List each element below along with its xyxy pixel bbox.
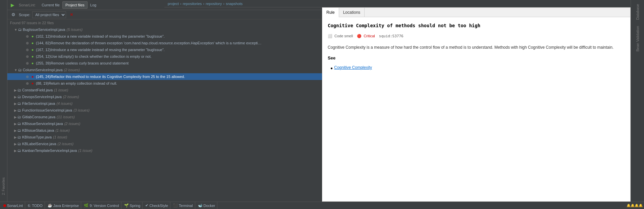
file-icon: 🗂 [17, 101, 21, 106]
bottom-docker[interactable]: 🐋 Docker [196, 202, 218, 209]
expand-icon: ⊕ [25, 75, 30, 79]
rule-description: Cognitive Complexity is a measure of how… [328, 44, 625, 51]
file-row-kbissuetype[interactable]: ▶ 🗂 KBIssueType.java (1 issue) [7, 134, 328, 140]
severity-icon: ● [30, 54, 35, 58]
bottom-todo[interactable]: 6: TODO [26, 202, 45, 209]
file-name: KBIssueType.java [22, 135, 52, 139]
sonar-status-dot [3, 204, 6, 207]
issue-item[interactable]: ⊕ ● (144, 82) Remove the declaration of … [7, 40, 328, 46]
chevron-expand-icon: ▼ [14, 68, 17, 72]
issue-text: Use isEmpty() to check whether the colle… [51, 54, 152, 58]
issue-count: (1 issue) [78, 149, 92, 153]
chevron-collapse-icon: ▶ [14, 102, 17, 106]
chevron-collapse-icon: ▶ [14, 149, 17, 153]
bottom-sonarLint[interactable]: SonarLint [1, 202, 25, 209]
tab-current-file[interactable]: Current file [39, 1, 62, 9]
chevron-collapse-icon: ▶ [14, 129, 17, 132]
file-row-kbissuestatus[interactable]: ▶ 🗂 KBIssueStatus.java (1 issue) [7, 127, 328, 134]
bottom-terminal[interactable]: ⬛ Terminal [171, 202, 195, 209]
file-icon: 🗂 [17, 135, 21, 139]
file-row-gitlab[interactable]: ▶ 🗂 GitlabConsume.java (11 issues) [7, 114, 328, 120]
chevron-collapse-icon: ▶ [14, 115, 17, 119]
issue-item[interactable]: ⊕ ● (102, 12) Introduce a new variable i… [7, 33, 328, 40]
file-row-kbissueservice[interactable]: ▶ 🗂 KBIssueServiceImpl.java (2 issues) [7, 120, 328, 127]
see-link[interactable]: Cognitive Complexity [334, 65, 372, 71]
issue-count: (11 issues) [57, 115, 75, 119]
bottom-label-spring: Spring [130, 204, 141, 208]
file-name: DevopsServiceImpl.java [22, 95, 62, 99]
checkstyle-icon: ✔ [145, 203, 148, 208]
issue-count: (2 issues) [64, 122, 80, 126]
breadcrumb-sep: › [223, 2, 225, 6]
issue-count: (2 issues) [64, 68, 80, 72]
file-row-functionissue[interactable]: ▶ 🗂 FunctionIssueServiceImpl.java (3 iss… [7, 107, 328, 114]
file-name: BugIssueServiceImpl.java [23, 28, 65, 32]
expand-icon: ⊕ [25, 41, 30, 45]
chevron-collapse-icon: ▶ [14, 122, 17, 126]
bottom-spring[interactable]: 🌱 Spring [122, 202, 143, 209]
issue-item-selected[interactable]: ⊕ ● (145, 24) Refactor this method to re… [7, 73, 328, 80]
issue-coords: (255, 39) [36, 61, 51, 65]
severity-icon: ● [30, 75, 35, 79]
file-icon: 🗂 [18, 68, 22, 72]
issue-item[interactable]: ⊕ ● (254, 12) Use isEmpty() to check whe… [7, 53, 328, 60]
file-row-constantfield[interactable]: ▶ 🗂 ConstantField.java (1 issue) [7, 87, 328, 93]
bean-validation-panel-button[interactable]: Bean Validation [632, 23, 644, 54]
issue-coords: (145, 24) [36, 75, 51, 79]
file-row-columnservice[interactable]: ▼ 🗂 ColumnServiceImpl.java (2 issues) [7, 67, 328, 73]
bullet-icon: ● [330, 65, 333, 72]
issue-text: Return an empty collection instead of nu… [49, 81, 117, 85]
chevron-collapse-icon: ▶ [14, 135, 17, 139]
docker-icon: 🐋 [198, 203, 203, 208]
critical-icon: 🔴 [357, 34, 362, 38]
tree-area[interactable]: ▼ 🗂 BugIssueServiceImpl.java (5 issues) … [7, 26, 328, 202]
file-row-devops[interactable]: ▶ 🗂 DevopsServiceImpl.java (2 issues) [7, 93, 328, 100]
issue-coords: (167, 12) [36, 48, 51, 52]
breadcrumb-repositories: repositories [183, 2, 202, 6]
file-icon: 🗂 [17, 122, 21, 126]
tab-locations[interactable]: Locations [339, 8, 365, 17]
issue-item[interactable]: ⊕ ● (88, 19) Return an empty collection … [7, 80, 328, 87]
severity-icon: ● [30, 61, 35, 65]
plugin-label: SonarLint: [17, 3, 37, 7]
scope-settings-icon[interactable]: ⚙ [10, 11, 17, 18]
bottom-version-control[interactable]: 🌿 9: Version Control [82, 202, 121, 209]
severity-icon: ● [30, 41, 35, 45]
right-tabs: Rule Locations [322, 8, 630, 17]
bottom-java-enterprise[interactable]: ☕ Java Enterprise [46, 202, 81, 209]
bottom-checkstyle[interactable]: ✔ CheckStyle [143, 202, 170, 209]
tab-rule[interactable]: Rule [322, 8, 339, 17]
chevron-collapse-icon: ▶ [14, 95, 17, 99]
issue-coords: (88, 19) [36, 81, 49, 85]
chevron-collapse-icon: ▶ [14, 142, 17, 146]
file-icon: 🗂 [17, 149, 21, 153]
issue-count: (4 issues) [56, 101, 72, 106]
see-label: See [328, 55, 625, 62]
database-panel-button[interactable]: Database [632, 1, 644, 23]
bottom-label-docker: Docker [204, 204, 215, 208]
tab-log[interactable]: Log [88, 1, 99, 9]
favorites-label[interactable]: 2: Favorites [2, 177, 5, 195]
file-row-kanban[interactable]: ▶ 🗂 KanbanTemplateServiceImpl.java (1 is… [7, 147, 328, 154]
file-row-bugissue[interactable]: ▼ 🗂 BugIssueServiceImpl.java (5 issues) [7, 26, 328, 33]
issue-item[interactable]: ⊕ ● (167, 12) Introduce a new variable i… [7, 46, 328, 53]
expand-icon: ⊕ [25, 34, 30, 39]
bottom-label-sonarlint: SonarLint [7, 204, 23, 208]
left-sidebar: 2: Favorites [0, 0, 7, 202]
file-name: ColumnServiceImpl.java [23, 68, 63, 72]
tab-project-files[interactable]: Project files [62, 1, 88, 9]
issue-count: (2 issues) [58, 142, 74, 146]
issue-coords: (144, 82) [36, 41, 51, 45]
issue-item[interactable]: ⊕ ● (255, 39) Remove useless curly brace… [7, 60, 328, 67]
breadcrumb-sep: › [203, 2, 205, 6]
file-row-kblabelservice[interactable]: ▶ 🗂 KBLabelService.java (2 issues) [7, 140, 328, 147]
severity-icon: ● [30, 81, 35, 85]
scope-select[interactable]: All project files [32, 11, 66, 18]
bottom-label-checkstyle: CheckStyle [149, 204, 168, 208]
run-button[interactable]: ▶ [9, 1, 16, 9]
file-row-fileservice[interactable]: ▶ 🗂 FileServiceImpl.java (4 issues) [7, 100, 328, 107]
breadcrumb-project: project [168, 2, 179, 6]
scope-label: Scope: [19, 13, 30, 17]
close-filter-icon[interactable]: ✕ [68, 11, 75, 18]
left-panel: ▶ SonarLint: Current file Project files … [7, 0, 329, 209]
